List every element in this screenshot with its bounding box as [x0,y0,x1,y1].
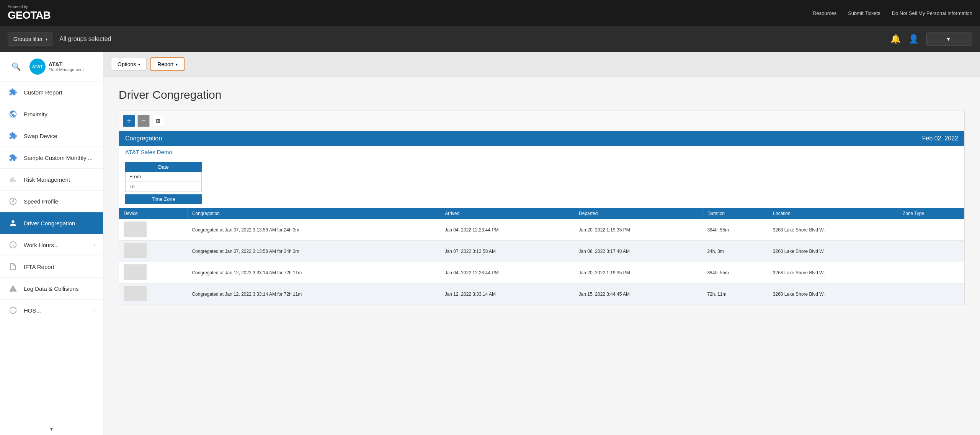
cell-departed: Jan 20, 2022 1:19:35 PM [574,219,703,241]
cell-departed: Jan 20, 2022 1:19:35 PM [574,262,703,283]
col-zone-type: Zone Type [898,208,964,219]
document-icon [8,261,18,272]
groups-filter-arrow-icon: ▾ [46,37,47,41]
sidebar-scroll-down[interactable]: ▼ [0,423,103,435]
cell-zone-type [898,241,964,262]
submit-tickets-link[interactable]: Submit Tickets [848,10,880,16]
groups-filter-label: Groups filter [13,36,42,42]
sidebar-item-sample-custom-monthly[interactable]: Sample Custom Monthly ... [0,147,103,169]
cell-location: 3260 Lake Shore Blvd W, [768,283,898,305]
att-brand-name: AT&T [49,61,84,67]
sidebar-item-driver-congregation[interactable]: Driver Congregation [0,212,103,234]
sidebar-item-label: Custom Report [24,89,62,96]
cell-device [119,241,187,262]
sidebar-item-work-hours[interactable]: Work Hours... › [0,234,103,256]
cell-zone-type [898,283,964,305]
cell-arrived: Jan 04, 2022 12:23:44 PM [440,219,574,241]
expand-button[interactable]: + [123,115,135,127]
cell-duration: 72h, 11m [702,283,768,305]
puzzle-icon [8,152,18,163]
hos-icon [8,305,18,316]
puzzle-icon [8,87,18,98]
table-row: Congregated at Jan 12, 2022 3:33:14 AM f… [119,262,964,283]
cell-congregation: Congregated at Jan 07, 2022 3:13:58 AM f… [187,241,440,262]
svg-point-0 [11,220,14,223]
col-duration: Duration [702,208,768,219]
cell-zone-type [898,219,964,241]
powered-by-text: Powered by [8,5,51,9]
data-table: Device Congregation Arrived Departed Dur… [119,208,964,305]
col-device: Device [119,208,187,219]
att-logo: AT&T AT&T Fleet Management [29,59,84,75]
cell-duration: 384h, 55m [702,262,768,283]
user-menu-arrow-icon: ▾ [947,36,950,42]
cell-location: 3268 Lake Shore Blvd W, [768,262,898,283]
all-groups-text: All groups selected [59,36,111,42]
sidebar-item-swap-device[interactable]: Swap Device [0,125,103,147]
user-menu-button[interactable]: ▾ [926,33,972,46]
sidebar-item-custom-report[interactable]: Custom Report [0,81,103,103]
table-header-row: Device Congregation Arrived Departed Dur… [119,208,964,219]
chart-icon [8,174,18,185]
cell-congregation: Congregated at Jan 12, 2022 3:33:14 AM f… [187,283,440,305]
sidebar-item-label: Sample Custom Monthly ... [24,155,93,161]
filter-rows: From To [125,172,202,192]
top-nav-links: Resources Submit Tickets Do Not Sell My … [813,10,972,16]
cell-device [119,283,187,305]
sidebar-item-label: HOS... [24,307,41,314]
search-icon[interactable]: 🔍 [8,58,25,75]
notification-icon[interactable]: 🔔 [890,34,901,44]
filter-bar-right: 🔔 👤 ▾ [890,33,972,46]
options-button[interactable]: Options ▾ [111,58,147,71]
att-circle-logo: AT&T [29,59,46,75]
report-button[interactable]: Report ▾ [150,57,185,71]
sidebar-item-ifta-report[interactable]: IFTA Report [0,256,103,278]
puzzle-icon [8,130,18,141]
filter-to-label: To [126,182,201,192]
sidebar-item-label: Work Hours... [24,242,59,248]
att-brand-subtitle: Fleet Management [49,67,84,72]
cell-arrived: Jan 07, 2022 3:13:58 AM [440,241,574,262]
report-subheader-link[interactable]: AT&T Sales Demo [125,149,172,155]
options-label: Options [118,61,136,67]
cell-arrived: Jan 12, 2022 3:33:14 AM [440,283,574,305]
table-row: Congregated at Jan 07, 2022 3:13:58 AM f… [119,241,964,262]
col-location: Location [768,208,898,219]
sidebar-item-log-data[interactable]: Log Data & Collisions [0,278,103,300]
sidebar-item-label: Risk Management [24,176,70,183]
cell-duration: 384h, 55m [702,219,768,241]
filter-from-label: From [126,172,201,182]
cell-location: 3268 Lake Shore Blvd W, [768,219,898,241]
top-navigation: Powered by GEOTAB Resources Submit Ticke… [0,0,980,26]
report-label: Report [157,61,173,67]
filter-bar: Groups filter ▾ All groups selected 🔔 👤 … [0,26,980,52]
groups-filter-button[interactable]: Groups filter ▾ [8,33,53,46]
table-row: Congregated at Jan 12, 2022 3:33:14 AM f… [119,283,964,305]
cell-device [119,219,187,241]
page-title: Driver Congregation [119,88,965,101]
report-congregation-title: Congregation [125,135,162,142]
resources-link[interactable]: Resources [813,10,836,16]
logo-area: Powered by GEOTAB [8,5,51,21]
cell-congregation: Congregated at Jan 12, 2022 3:33:14 AM f… [187,262,440,283]
warning-icon [8,283,18,294]
sidebar-item-label: Driver Congregation [24,220,75,226]
cell-duration: 24h, 3m [702,241,768,262]
collapse-button[interactable]: − [137,115,150,127]
sidebar-item-risk-management[interactable]: Risk Management [0,169,103,191]
report-arrow-icon: ▾ [176,62,178,67]
sidebar-item-proximity[interactable]: Proximity [0,103,103,125]
sidebar-item-label: Proximity [24,111,47,117]
do-not-sell-link[interactable]: Do Not Sell My Personal Information [892,10,972,16]
cell-departed: Jan 08, 2022 3:17:48 AM [574,241,703,262]
main-layout: 🔍 AT&T AT&T Fleet Management Custom Repo… [0,52,980,435]
user-icon[interactable]: 👤 [908,34,919,44]
report-header-row: Congregation Feb 02, 2022 [119,131,964,146]
sidebar-item-hos[interactable]: HOS... › [0,300,103,321]
sidebar-header: 🔍 AT&T AT&T Fleet Management [0,52,103,81]
sidebar-item-speed-profile[interactable]: Speed Profile [0,191,103,212]
grid-button[interactable]: ⊞ [152,115,164,127]
col-congregation: Congregation [187,208,440,219]
globe-icon [8,109,18,119]
cell-zone-type [898,262,964,283]
